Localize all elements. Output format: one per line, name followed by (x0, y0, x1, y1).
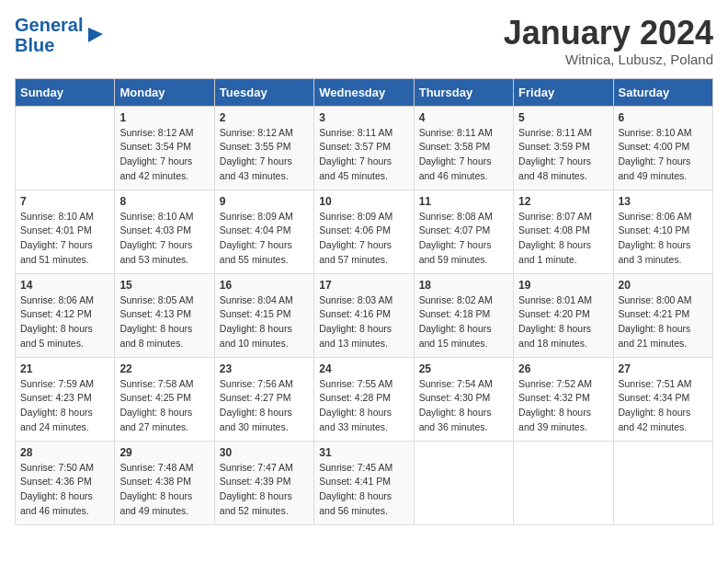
day-number: 28 (20, 446, 109, 459)
calendar-cell (514, 441, 613, 524)
calendar-cell: 12Sunrise: 8:07 AMSunset: 4:08 PMDayligh… (514, 190, 613, 273)
calendar-cell: 25Sunrise: 7:54 AMSunset: 4:30 PMDayligh… (414, 357, 513, 441)
day-number: 16 (220, 279, 309, 292)
week-row-3: 14Sunrise: 8:06 AMSunset: 4:12 PMDayligh… (16, 273, 713, 357)
day-number: 8 (119, 195, 209, 208)
logo-blue: Blue (15, 35, 54, 55)
day-info: Sunrise: 8:09 AMSunset: 4:04 PMDaylight:… (220, 211, 293, 265)
weekday-header-friday: Friday (514, 78, 613, 106)
calendar-cell: 24Sunrise: 7:55 AMSunset: 4:28 PMDayligh… (314, 357, 414, 441)
calendar-cell: 27Sunrise: 7:51 AMSunset: 4:34 PMDayligh… (613, 357, 712, 441)
calendar-cell: 26Sunrise: 7:52 AMSunset: 4:32 PMDayligh… (514, 357, 613, 441)
day-info: Sunrise: 8:06 AMSunset: 4:10 PMDaylight:… (619, 211, 692, 265)
calendar-cell: 20Sunrise: 8:00 AMSunset: 4:21 PMDayligh… (613, 273, 712, 357)
day-info: Sunrise: 7:54 AMSunset: 4:30 PMDaylight:… (419, 378, 493, 432)
day-number: 11 (419, 195, 508, 208)
day-info: Sunrise: 7:45 AMSunset: 4:41 PMDaylight:… (319, 462, 392, 516)
day-number: 3 (319, 111, 408, 124)
calendar-table: SundayMondayTuesdayWednesdayThursdayFrid… (15, 78, 713, 525)
title-block: January 2024 Witnica, Lubusz, Poland (504, 15, 713, 67)
logo-icon (85, 24, 105, 44)
day-info: Sunrise: 8:07 AMSunset: 4:08 PMDaylight:… (518, 211, 592, 265)
day-number: 9 (220, 195, 309, 208)
day-number: 20 (619, 279, 708, 292)
day-number: 17 (319, 279, 408, 292)
month-title: January 2024 (504, 15, 713, 52)
calendar-cell: 17Sunrise: 8:03 AMSunset: 4:16 PMDayligh… (314, 273, 414, 357)
day-info: Sunrise: 8:00 AMSunset: 4:21 PMDaylight:… (619, 294, 692, 349)
calendar-cell: 28Sunrise: 7:50 AMSunset: 4:36 PMDayligh… (16, 441, 115, 524)
day-info: Sunrise: 8:11 AMSunset: 3:59 PMDaylight:… (518, 127, 592, 181)
logo-text: General Blue (15, 15, 83, 55)
calendar-cell: 29Sunrise: 7:48 AMSunset: 4:38 PMDayligh… (115, 441, 214, 524)
logo: General Blue (15, 15, 105, 55)
calendar-cell: 5Sunrise: 8:11 AMSunset: 3:59 PMDaylight… (514, 106, 613, 190)
day-number: 25 (419, 362, 508, 375)
day-info: Sunrise: 7:59 AMSunset: 4:23 PMDaylight:… (20, 378, 94, 432)
day-info: Sunrise: 8:04 AMSunset: 4:15 PMDaylight:… (220, 294, 293, 349)
calendar-cell: 2Sunrise: 8:12 AMSunset: 3:55 PMDaylight… (214, 106, 313, 190)
calendar-cell (613, 441, 712, 524)
day-info: Sunrise: 8:06 AMSunset: 4:12 PMDaylight:… (20, 294, 94, 349)
day-number: 1 (119, 111, 209, 124)
week-row-2: 7Sunrise: 8:10 AMSunset: 4:01 PMDaylight… (16, 190, 713, 273)
day-info: Sunrise: 7:52 AMSunset: 4:32 PMDaylight:… (518, 378, 592, 432)
day-info: Sunrise: 7:47 AMSunset: 4:39 PMDaylight:… (220, 462, 293, 516)
weekday-header-row: SundayMondayTuesdayWednesdayThursdayFrid… (16, 78, 713, 106)
day-info: Sunrise: 7:50 AMSunset: 4:36 PMDaylight:… (20, 462, 94, 516)
day-number: 26 (518, 362, 608, 375)
calendar-cell: 9Sunrise: 8:09 AMSunset: 4:04 PMDaylight… (214, 190, 313, 273)
calendar-cell: 15Sunrise: 8:05 AMSunset: 4:13 PMDayligh… (115, 273, 214, 357)
calendar-cell: 14Sunrise: 8:06 AMSunset: 4:12 PMDayligh… (16, 273, 115, 357)
day-number: 14 (20, 279, 109, 292)
day-number: 23 (220, 362, 309, 375)
weekday-header-sunday: Sunday (16, 78, 115, 106)
weekday-header-saturday: Saturday (613, 78, 712, 106)
calendar-cell (16, 106, 115, 190)
day-number: 29 (119, 446, 209, 459)
calendar-cell: 23Sunrise: 7:56 AMSunset: 4:27 PMDayligh… (214, 357, 313, 441)
weekday-header-wednesday: Wednesday (314, 78, 414, 106)
week-row-1: 1Sunrise: 8:12 AMSunset: 3:54 PMDaylight… (16, 106, 713, 190)
day-info: Sunrise: 7:48 AMSunset: 4:38 PMDaylight:… (119, 462, 193, 516)
week-row-5: 28Sunrise: 7:50 AMSunset: 4:36 PMDayligh… (16, 441, 713, 524)
calendar-cell: 19Sunrise: 8:01 AMSunset: 4:20 PMDayligh… (514, 273, 613, 357)
calendar-cell: 16Sunrise: 8:04 AMSunset: 4:15 PMDayligh… (214, 273, 313, 357)
calendar-cell: 30Sunrise: 7:47 AMSunset: 4:39 PMDayligh… (214, 441, 313, 524)
day-info: Sunrise: 8:02 AMSunset: 4:18 PMDaylight:… (419, 294, 493, 349)
calendar-cell: 1Sunrise: 8:12 AMSunset: 3:54 PMDaylight… (115, 106, 214, 190)
day-number: 30 (220, 446, 309, 459)
day-info: Sunrise: 8:09 AMSunset: 4:06 PMDaylight:… (319, 211, 392, 265)
calendar-cell: 31Sunrise: 7:45 AMSunset: 4:41 PMDayligh… (314, 441, 414, 524)
day-info: Sunrise: 8:08 AMSunset: 4:07 PMDaylight:… (419, 211, 493, 265)
calendar-cell: 7Sunrise: 8:10 AMSunset: 4:01 PMDaylight… (16, 190, 115, 273)
weekday-header-thursday: Thursday (414, 78, 513, 106)
week-row-4: 21Sunrise: 7:59 AMSunset: 4:23 PMDayligh… (16, 357, 713, 441)
day-number: 18 (419, 279, 508, 292)
day-number: 5 (518, 111, 608, 124)
day-number: 6 (619, 111, 708, 124)
calendar-cell (414, 441, 513, 524)
day-info: Sunrise: 8:12 AMSunset: 3:54 PMDaylight:… (119, 127, 193, 181)
calendar-cell: 21Sunrise: 7:59 AMSunset: 4:23 PMDayligh… (16, 357, 115, 441)
day-number: 10 (319, 195, 408, 208)
day-number: 22 (119, 362, 209, 375)
day-number: 2 (220, 111, 309, 124)
day-info: Sunrise: 8:10 AMSunset: 4:01 PMDaylight:… (20, 211, 94, 265)
day-number: 31 (319, 446, 408, 459)
day-number: 13 (619, 195, 708, 208)
calendar-cell: 18Sunrise: 8:02 AMSunset: 4:18 PMDayligh… (414, 273, 513, 357)
calendar-cell: 13Sunrise: 8:06 AMSunset: 4:10 PMDayligh… (613, 190, 712, 273)
day-number: 24 (319, 362, 408, 375)
day-number: 19 (518, 279, 608, 292)
day-info: Sunrise: 7:56 AMSunset: 4:27 PMDaylight:… (220, 378, 293, 432)
day-number: 15 (119, 279, 209, 292)
day-number: 21 (20, 362, 109, 375)
location: Witnica, Lubusz, Poland (504, 52, 713, 67)
day-info: Sunrise: 8:10 AMSunset: 4:03 PMDaylight:… (119, 211, 193, 265)
page-header: General Blue January 2024 Witnica, Lubus… (15, 15, 713, 67)
day-number: 7 (20, 195, 109, 208)
weekday-header-monday: Monday (115, 78, 214, 106)
svg-marker-0 (88, 28, 103, 42)
weekday-header-tuesday: Tuesday (214, 78, 313, 106)
